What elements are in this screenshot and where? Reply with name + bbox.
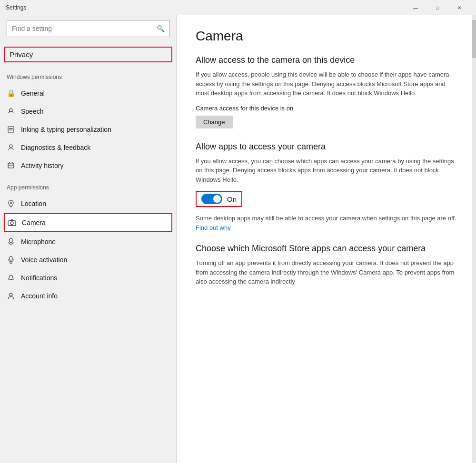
minimize-button[interactable]: —	[405, 0, 426, 15]
inking-label: Inking & typing personalization	[21, 126, 111, 133]
svg-point-0	[10, 108, 12, 111]
window-title: Settings	[6, 4, 405, 11]
svg-rect-14	[10, 256, 12, 260]
microphone-icon	[7, 237, 15, 246]
sidebar-item-inking[interactable]: Inking & typing personalization	[0, 120, 176, 138]
maximize-button[interactable]: □	[426, 0, 448, 15]
diagnostics-label: Diagnostics & feedback	[21, 144, 90, 151]
scrollbar-thumb[interactable]	[472, 20, 476, 58]
sidebar: 🔍 Privacy Windows permissions 🔒 General	[0, 15, 176, 463]
sidebar-item-microphone[interactable]: Microphone	[0, 233, 176, 251]
svg-point-4	[10, 145, 12, 148]
search-icon: 🔍	[157, 25, 165, 32]
scrollbar-track	[472, 15, 476, 463]
camera-nav-icon	[8, 218, 16, 227]
info-text: Some desktop apps may still be able to a…	[196, 214, 457, 232]
title-bar: Settings — □ ✕	[0, 0, 476, 15]
speech-label: Speech	[21, 108, 43, 115]
inking-icon	[7, 125, 15, 134]
section3-title: Choose which Microsoft Store apps can ac…	[196, 244, 457, 254]
info-text-content: Some desktop apps may still be able to a…	[196, 215, 456, 222]
account-icon	[7, 292, 15, 300]
account-label: Account info	[21, 292, 58, 300]
toggle-state-label: On	[227, 195, 237, 203]
diagnostics-icon	[7, 143, 15, 152]
section3-description: Turning off an app prevents it from dire…	[196, 258, 457, 286]
device-status-text: Camera access for this device is on	[196, 105, 457, 112]
app-permissions-label: App permissions	[0, 180, 176, 195]
window-controls: — □ ✕	[405, 0, 470, 15]
svg-rect-12	[10, 238, 12, 243]
sidebar-item-voice[interactable]: Voice activation	[0, 251, 176, 269]
general-label: General	[21, 89, 45, 97]
sidebar-item-notifications[interactable]: Notifications	[0, 269, 176, 287]
sidebar-item-speech[interactable]: Speech	[0, 102, 176, 120]
camera-nav-label: Camera	[22, 219, 46, 227]
activity-icon	[7, 161, 15, 170]
svg-rect-1	[8, 127, 14, 132]
find-out-why-link[interactable]: Find out why	[196, 224, 231, 231]
section2-description: If you allow access, you can choose whic…	[196, 157, 457, 185]
page-title: Camera	[196, 29, 457, 44]
content-area: 🔍 Privacy Windows permissions 🔒 General	[0, 15, 476, 463]
sidebar-item-account[interactable]: Account info	[0, 287, 176, 305]
svg-point-17	[10, 293, 12, 296]
section2-title: Allow apps to access your camera	[196, 142, 457, 152]
svg-point-11	[10, 222, 13, 225]
section1-title: Allow access to the camera on this devic…	[196, 55, 457, 65]
search-box: 🔍	[7, 20, 169, 37]
svg-point-9	[10, 202, 12, 204]
privacy-label: Privacy	[10, 50, 33, 59]
change-button[interactable]: Change	[196, 116, 233, 128]
lock-icon: 🔒	[7, 89, 15, 98]
microphone-label: Microphone	[21, 238, 56, 246]
sidebar-item-camera[interactable]: Camera	[4, 213, 172, 232]
toggle-knob	[213, 195, 221, 203]
speech-icon	[7, 107, 15, 116]
voice-label: Voice activation	[21, 256, 67, 264]
main-content: Camera Allow access to the camera on thi…	[176, 15, 476, 463]
notifications-label: Notifications	[21, 274, 57, 282]
windows-permissions-label: Windows permissions	[0, 70, 176, 84]
search-input[interactable]	[7, 20, 169, 37]
sidebar-item-diagnostics[interactable]: Diagnostics & feedback	[0, 138, 176, 157]
toggle-container: On	[196, 191, 457, 207]
sidebar-item-privacy[interactable]: Privacy	[4, 47, 172, 62]
settings-window: Settings — □ ✕ 🔍 Privacy Windows permiss…	[0, 0, 476, 463]
notifications-icon	[7, 274, 15, 282]
location-icon	[7, 199, 15, 208]
location-label: Location	[21, 200, 46, 207]
camera-access-toggle[interactable]	[201, 194, 222, 204]
close-button[interactable]: ✕	[448, 0, 470, 15]
svg-rect-5	[8, 163, 14, 168]
sidebar-item-activity[interactable]: Activity history	[0, 157, 176, 175]
section1-description: If you allow access, people using this d…	[196, 70, 457, 98]
sidebar-item-location[interactable]: Location	[0, 195, 176, 213]
voice-icon	[7, 256, 15, 264]
toggle-row: On	[196, 191, 242, 207]
sidebar-item-general[interactable]: 🔒 General	[0, 84, 176, 102]
activity-label: Activity history	[21, 162, 63, 169]
